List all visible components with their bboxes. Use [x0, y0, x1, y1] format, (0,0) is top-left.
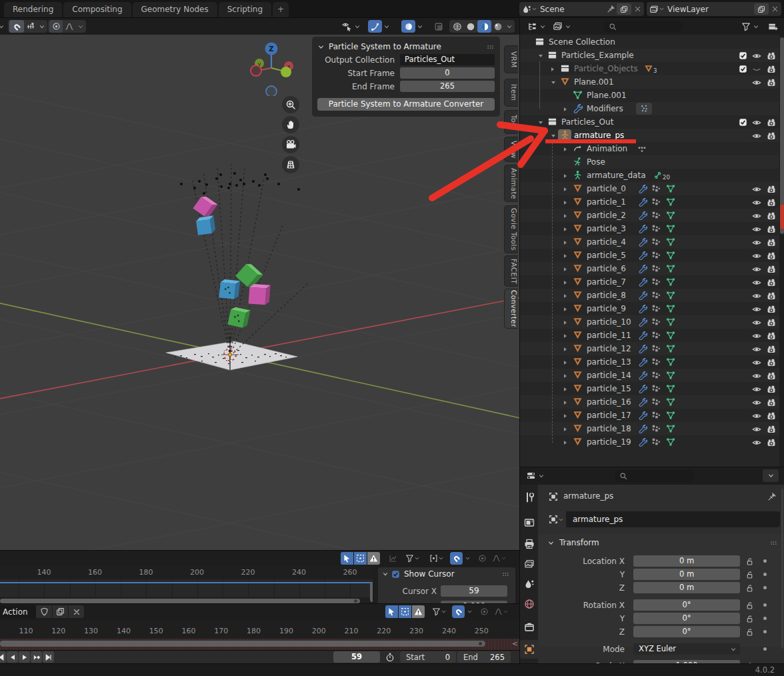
- outliner-row[interactable]: armature_ps: [520, 129, 784, 142]
- outliner-row[interactable]: particle_5: [520, 249, 784, 262]
- sidebar-tab-item[interactable]: Item: [504, 79, 518, 107]
- outliner-row[interactable]: particle_8: [520, 289, 784, 302]
- tweak-tool-button[interactable]: [341, 552, 353, 565]
- pivot-dropdown[interactable]: [427, 552, 447, 565]
- object-id-icon[interactable]: [547, 511, 566, 527]
- disable-render-icon[interactable]: [767, 64, 776, 74]
- camera-view-button[interactable]: [282, 136, 299, 153]
- rotation-mode-dropdown[interactable]: XYZ Euler: [633, 643, 740, 655]
- outliner-row[interactable]: particle_15: [520, 382, 784, 395]
- falloff-dropdown2[interactable]: [489, 552, 509, 565]
- outliner-label[interactable]: particle_0: [587, 184, 626, 193]
- disable-render-icon[interactable]: [767, 344, 776, 354]
- outliner-row[interactable]: particle_19: [520, 435, 784, 449]
- outliner-row[interactable]: Plane.001: [520, 89, 784, 102]
- unlink-scene-button[interactable]: [631, 2, 644, 16]
- hide-eye-icon[interactable]: [752, 77, 761, 87]
- sidebar-tab-govie-tools[interactable]: Govie Tools: [504, 205, 518, 253]
- select-box-button[interactable]: [354, 552, 367, 565]
- shading-solid[interactable]: [464, 20, 477, 33]
- panel-field-0[interactable]: Particles_Out: [400, 54, 495, 65]
- outliner-label[interactable]: Modifiers: [587, 104, 623, 113]
- outliner-row[interactable]: armature_data20: [520, 169, 784, 182]
- fake-user-button[interactable]: [36, 605, 52, 618]
- workspace-tab-scripting[interactable]: Scripting: [219, 2, 271, 17]
- animate-dot[interactable]: [763, 573, 767, 576]
- expand-arrow[interactable]: [564, 347, 567, 351]
- visibility-dropdown[interactable]: [353, 20, 361, 33]
- properties-tab-output[interactable]: [520, 535, 538, 553]
- disable-render-icon[interactable]: [767, 211, 776, 221]
- overlays-toggle[interactable]: [401, 20, 415, 33]
- outliner-label[interactable]: Particles_Out: [561, 117, 613, 127]
- outliner-row[interactable]: Pose: [520, 155, 784, 169]
- outliner-row[interactable]: Plane.001: [520, 75, 784, 89]
- viewlayer-icon[interactable]: [647, 2, 667, 16]
- animate-dot[interactable]: [763, 617, 767, 620]
- outliner-label[interactable]: Pose: [587, 157, 605, 167]
- filter-dropdown[interactable]: [403, 552, 423, 565]
- properties-tab-collectionp[interactable]: [520, 618, 538, 637]
- outliner-label[interactable]: armature_ps: [574, 131, 624, 140]
- expand-arrow[interactable]: [564, 201, 567, 205]
- transform-value-field[interactable]: 0°: [633, 626, 740, 637]
- disable-render-icon[interactable]: [767, 411, 776, 421]
- animate-dot[interactable]: [763, 586, 767, 589]
- expand-arrow[interactable]: [564, 254, 567, 258]
- converter-run-button[interactable]: Particle System to Armature Converter: [317, 98, 495, 111]
- disable-render-icon[interactable]: [767, 197, 776, 207]
- sidebar-tab-view[interactable]: View: [504, 137, 518, 162]
- falloff-icon[interactable]: [63, 20, 76, 33]
- outliner-filter[interactable]: [740, 20, 760, 33]
- breadcrumb-object-name[interactable]: armature_ps: [563, 491, 613, 501]
- show-cursor-checkbox[interactable]: [391, 570, 400, 579]
- outliner-label[interactable]: Scene Collection: [549, 37, 615, 47]
- outliner-label[interactable]: particle_15: [587, 384, 631, 393]
- snap-toggle2[interactable]: [452, 605, 465, 618]
- outliner-row[interactable]: particle_12: [520, 342, 784, 355]
- expand-arrow[interactable]: [564, 361, 567, 365]
- disable-render-icon[interactable]: [767, 277, 776, 287]
- outliner-label[interactable]: particle_6: [587, 264, 626, 273]
- expand-arrow[interactable]: [564, 267, 567, 271]
- properties-tab-viewlayer[interactable]: [520, 555, 538, 573]
- outliner-row[interactable]: Modifiers: [520, 102, 784, 115]
- gizmo-dropdown[interactable]: [382, 20, 391, 33]
- outliner-label[interactable]: particle_7: [587, 277, 626, 287]
- play-reverse-button[interactable]: [7, 651, 18, 663]
- gizmo-toggle[interactable]: [368, 20, 382, 33]
- disable-render-icon[interactable]: [767, 304, 776, 314]
- expand-arrow[interactable]: [551, 135, 555, 137]
- hide-eye-icon[interactable]: [752, 291, 761, 301]
- lock-icon[interactable]: [745, 583, 754, 593]
- outliner-label[interactable]: particle_19: [587, 437, 631, 447]
- transform-value-field[interactable]: 0 m: [633, 569, 740, 580]
- pin-icon[interactable]: [767, 492, 777, 501]
- disable-render-icon[interactable]: [767, 384, 776, 394]
- outliner-display-mode[interactable]: [551, 20, 572, 33]
- outliner-label[interactable]: particle_16: [587, 397, 631, 407]
- ortho-toggle-button[interactable]: [282, 156, 299, 173]
- hide-eye-icon[interactable]: [752, 224, 761, 234]
- viewlayer-name[interactable]: ViewLayer: [667, 5, 753, 14]
- outliner-row[interactable]: particle_13: [520, 355, 784, 369]
- outliner-row[interactable]: Animation: [520, 142, 784, 155]
- expand-arrow[interactable]: [564, 414, 567, 418]
- properties-tab-tool[interactable]: [520, 488, 538, 507]
- disable-render-icon[interactable]: [767, 251, 776, 261]
- outliner-label[interactable]: particle_3: [587, 224, 626, 233]
- outliner-row[interactable]: particle_18: [520, 422, 784, 435]
- panel-grip-icon[interactable]: [486, 43, 495, 51]
- expand-arrow[interactable]: [551, 67, 554, 71]
- cursor-x-field[interactable]: 59: [441, 585, 507, 597]
- lock-icon[interactable]: [745, 627, 754, 637]
- hide-eye-icon[interactable]: [752, 197, 761, 207]
- new-collection-button[interactable]: [765, 20, 780, 33]
- hide-eye-icon[interactable]: [752, 371, 761, 381]
- outliner-row[interactable]: particle_1: [520, 195, 784, 209]
- expand-arrow[interactable]: [564, 214, 567, 218]
- animate-dot[interactable]: [763, 603, 767, 607]
- jump-start-button[interactable]: [0, 651, 6, 663]
- lock-icon[interactable]: [745, 614, 754, 623]
- outliner-row[interactable]: Particles_Example: [520, 49, 784, 62]
